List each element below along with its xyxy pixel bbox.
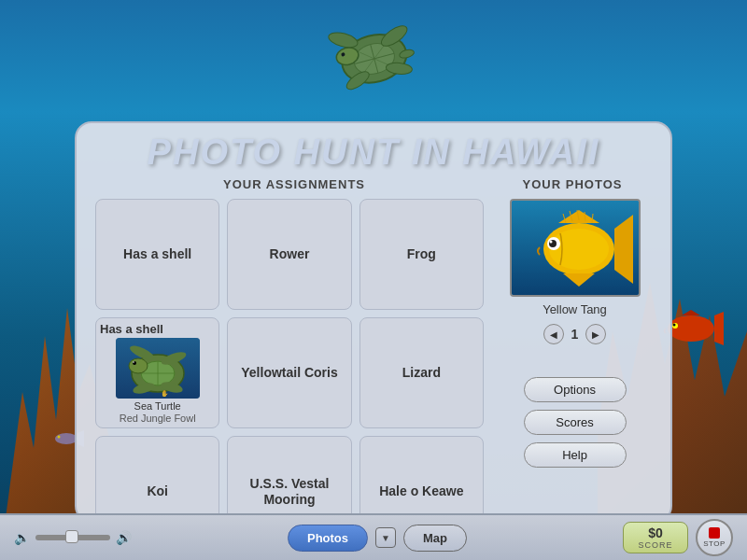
- svg-point-27: [129, 358, 148, 373]
- assignment-cell-red-jungle-fowl[interactable]: Has a shell: [95, 317, 219, 428]
- main-panel: PHOTO HUNT IN HAWAII YOUR ASSIGNMENTS YO…: [75, 121, 672, 523]
- cell-label: Koi: [147, 483, 168, 499]
- score-label: SCORE: [638, 540, 673, 550]
- stop-icon: [709, 527, 720, 539]
- svg-text:✋: ✋: [161, 389, 169, 398]
- assignments-grid: Has a shell Rower Frog Has a shell: [95, 199, 484, 547]
- photos-header: YOUR PHOTOS: [493, 177, 652, 191]
- stop-label: STOP: [703, 539, 726, 548]
- assignments-header: YOUR ASSIGNMENTS: [95, 177, 493, 191]
- cell-label: Frog: [407, 246, 436, 262]
- photos-panel: Yellow Tang ◀ 1 ▶ Options Scores Help: [498, 199, 652, 547]
- cell-label: Yellowtail Coris: [241, 365, 337, 381]
- assignment-cell-lizard[interactable]: Lizard: [359, 317, 484, 428]
- cell-label: Hale o Keawe: [379, 483, 463, 499]
- assignment-cell-has-a-shell[interactable]: Has a shell: [95, 199, 219, 310]
- page-number: 1: [571, 327, 579, 342]
- score-value: $0: [638, 525, 673, 540]
- sea-turtle-photo: ✋: [116, 338, 200, 399]
- cell-label: U.S.S. Vestal Mooring: [233, 476, 345, 508]
- options-button[interactable]: Options: [524, 377, 627, 402]
- panel-title: PHOTO HUNT IN HAWAII: [95, 133, 652, 173]
- score-box: $0 SCORE: [623, 522, 688, 553]
- dropdown-arrow[interactable]: ▼: [375, 527, 396, 548]
- bottom-bar: 🔈 🔊 Photos ▼ Map $0 SCORE STOP: [0, 513, 747, 560]
- yellow-tang-photo[interactable]: [510, 199, 641, 297]
- cell-label: Lizard: [402, 365, 441, 381]
- stop-button[interactable]: STOP: [696, 519, 733, 556]
- next-photo-button[interactable]: ▶: [585, 324, 606, 344]
- svg-point-17: [673, 324, 676, 327]
- svg-marker-14: [714, 310, 724, 347]
- cell-top-label: Has a shell: [100, 322, 215, 336]
- map-tab[interactable]: Map: [403, 525, 467, 552]
- action-buttons: Options Scores Help: [498, 377, 652, 468]
- assignment-cell-rower[interactable]: Rower: [227, 199, 351, 310]
- photo-navigation: ◀ 1 ▶: [543, 324, 607, 344]
- cell-label: Rower: [270, 246, 310, 262]
- red-jungle-fowl-label: Red Jungle Fowl: [120, 413, 196, 424]
- svg-point-9: [327, 30, 359, 50]
- volume-thumb[interactable]: [65, 530, 78, 543]
- svg-point-20: [58, 436, 61, 439]
- svg-marker-15: [682, 310, 700, 315]
- volume-slider[interactable]: [35, 535, 110, 540]
- help-button[interactable]: Help: [524, 442, 627, 468]
- photo-label: Yellow Tang: [543, 302, 607, 316]
- assignment-cell-yellowtail-coris[interactable]: Yellowtail Coris: [227, 317, 351, 428]
- volume-min-icon: 🔈: [14, 530, 30, 545]
- svg-point-13: [668, 315, 714, 342]
- volume-max-icon: 🔊: [116, 530, 132, 545]
- section-headers: YOUR ASSIGNMENTS YOUR PHOTOS: [95, 177, 652, 191]
- photos-tab[interactable]: Photos: [288, 525, 368, 552]
- volume-section: 🔈 🔊: [14, 530, 132, 545]
- svg-point-33: [133, 361, 134, 363]
- scores-button[interactable]: Scores: [524, 410, 627, 435]
- svg-point-44: [549, 241, 552, 244]
- assignment-cell-frog[interactable]: Frog: [359, 199, 484, 310]
- cell-caption: Sea Turtle: [134, 400, 181, 412]
- bottom-right: $0 SCORE STOP: [623, 519, 733, 556]
- bottom-center: Photos ▼ Map: [141, 525, 613, 552]
- prev-photo-button[interactable]: ◀: [543, 324, 564, 344]
- cell-label: Has a shell: [123, 246, 191, 262]
- content-area: Has a shell Rower Frog Has a shell: [95, 199, 652, 547]
- svg-point-38: [549, 229, 609, 270]
